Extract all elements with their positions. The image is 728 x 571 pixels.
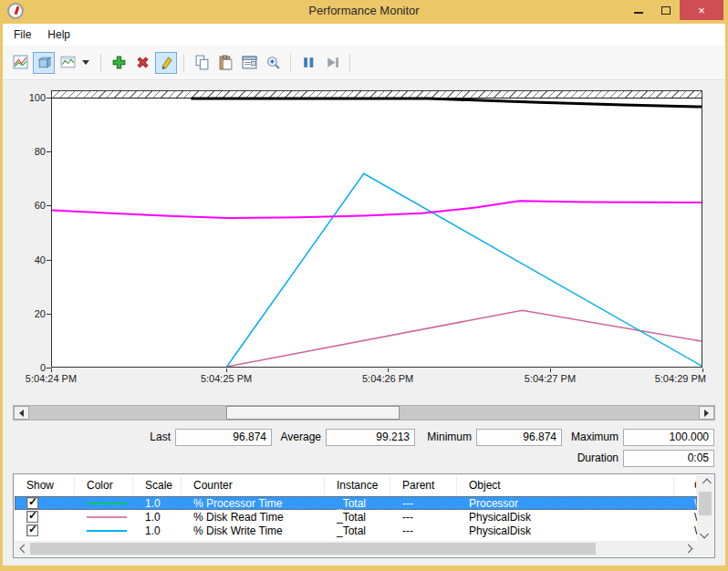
- x-axis-tick: [51, 369, 52, 372]
- y-axis-label: 100: [7, 90, 46, 105]
- scale-cell: 1.0: [133, 510, 182, 524]
- column-header-object[interactable]: Object: [457, 475, 674, 495]
- y-axis-tick: [47, 314, 51, 315]
- show-checkbox[interactable]: [26, 524, 38, 536]
- chevron-up-icon: [702, 478, 711, 487]
- column-header-show[interactable]: Show: [15, 475, 75, 495]
- cube-icon: [36, 55, 52, 70]
- menu-help[interactable]: Help: [39, 26, 78, 44]
- zoom-button[interactable]: [262, 52, 284, 74]
- copy-icon: [194, 55, 210, 70]
- object-cell: PhysicalDisk: [457, 510, 674, 524]
- line-chart-icon: [13, 55, 28, 70]
- instance-cell: _Total: [325, 496, 390, 510]
- properties-button[interactable]: [238, 52, 260, 74]
- stat-minimum-label: Minimum: [411, 429, 472, 445]
- counter-cell: % Disk Write Time: [182, 524, 325, 537]
- counter-cell: % Disk Read Time: [182, 510, 325, 524]
- toolbar-separator: [183, 54, 184, 72]
- computer-cell: \\: [674, 510, 697, 524]
- step-forward-icon: [325, 55, 340, 70]
- stat-last-value: 96.874: [175, 429, 272, 446]
- table-scroll-left-button[interactable]: [15, 541, 30, 556]
- highlight-button[interactable]: [155, 52, 177, 74]
- graph-type-dropdown-arrow[interactable]: [82, 60, 89, 65]
- column-header-color[interactable]: Color: [75, 475, 133, 495]
- column-header-scale[interactable]: Scale: [133, 475, 182, 495]
- chart-plot-area: [51, 90, 702, 368]
- x-axis-tick: [388, 369, 389, 372]
- counter-cell: % Processor Time: [182, 496, 325, 510]
- scroll-left-button[interactable]: [14, 406, 29, 420]
- color-swatch: [87, 503, 127, 504]
- show-checkbox[interactable]: [26, 497, 38, 509]
- counter-row[interactable]: 1.0 % Disk Read Time _Total --- Physical…: [15, 510, 697, 524]
- title-bar: Performance Monitor ×: [0, 0, 728, 24]
- highlighter-pen-icon: [159, 55, 174, 70]
- paste-counter-list-button[interactable]: [214, 52, 236, 74]
- column-header-instance[interactable]: Instance: [325, 475, 390, 495]
- copy-properties-button[interactable]: [191, 52, 213, 74]
- chevron-left-icon: [19, 545, 28, 554]
- add-counter-button[interactable]: [108, 52, 130, 74]
- view-report-button[interactable]: [57, 52, 78, 74]
- maximize-button[interactable]: [652, 0, 680, 20]
- scroll-down-button[interactable]: [697, 526, 713, 541]
- red-x-icon: [135, 55, 151, 70]
- counter-table-header: Show Color Scale Counter Instance Parent…: [15, 475, 697, 495]
- column-header-counter[interactable]: Counter: [182, 475, 325, 495]
- table-vertical-scrollbar[interactable]: [697, 475, 713, 541]
- counter-row[interactable]: 1.0 % Processor Time _Total --- Processo…: [15, 496, 697, 510]
- close-icon: ×: [698, 4, 705, 17]
- chart-svg: [52, 91, 702, 367]
- column-header-computer[interactable]: C: [674, 475, 697, 495]
- change-graph-type-button[interactable]: [33, 52, 55, 74]
- clipboard-paste-icon: [218, 55, 234, 70]
- y-axis-label: 80: [7, 144, 46, 159]
- chevron-right-icon: [683, 545, 692, 554]
- show-checkbox[interactable]: [26, 511, 38, 523]
- y-axis-label: 40: [7, 253, 46, 267]
- scale-cell: 1.0: [133, 524, 182, 537]
- left-arrow-icon: [19, 410, 24, 417]
- close-button[interactable]: ×: [680, 0, 723, 20]
- table-scroll-right-button[interactable]: [681, 541, 697, 556]
- y-axis-tick: [47, 260, 51, 261]
- table-horizontal-scrollbar[interactable]: [15, 541, 697, 556]
- x-axis-tick: [702, 369, 703, 372]
- freeze-display-button[interactable]: [297, 52, 319, 74]
- x-axis-tick: [550, 369, 551, 372]
- right-arrow-icon: [704, 410, 709, 417]
- window-border-left: [0, 0, 3, 571]
- color-swatch: [87, 516, 127, 518]
- timeline-scrollbar[interactable]: [13, 405, 715, 420]
- color-swatch: [87, 530, 127, 532]
- vertical-scrollbar-thumb[interactable]: [699, 492, 712, 515]
- report-chart-icon: [60, 55, 76, 70]
- column-header-parent[interactable]: Parent: [390, 475, 457, 495]
- view-current-activity-button[interactable]: [9, 52, 31, 74]
- toolbar-separator: [290, 54, 291, 72]
- x-axis-tick: [226, 369, 227, 372]
- computer-cell: \\: [674, 524, 697, 537]
- counter-row[interactable]: 1.0 % Disk Write Time _Total --- Physica…: [15, 524, 697, 537]
- parent-cell: ---: [390, 496, 457, 510]
- stat-average-value: 99.213: [326, 429, 415, 446]
- stat-maximum-label: Maximum: [559, 429, 619, 445]
- update-data-button[interactable]: [321, 52, 343, 74]
- minimize-button[interactable]: [625, 0, 652, 20]
- computer-cell: \\: [674, 496, 697, 510]
- counter-rows: 1.0 % Processor Time _Total --- Processo…: [15, 496, 697, 537]
- object-cell: Processor: [457, 496, 674, 510]
- delete-counter-button[interactable]: [131, 52, 153, 74]
- scroll-up-button[interactable]: [697, 475, 713, 490]
- horizontal-scrollbar-thumb[interactable]: [30, 543, 596, 555]
- scroll-right-button[interactable]: [699, 406, 714, 420]
- x-axis-label: 5:04:25 PM: [201, 373, 252, 384]
- menu-file[interactable]: File: [5, 26, 39, 44]
- instance-cell: _Total: [325, 510, 390, 524]
- y-axis-tick: [47, 151, 51, 152]
- parent-cell: ---: [390, 524, 457, 537]
- plus-icon: [111, 55, 127, 70]
- timeline-scrollbar-thumb[interactable]: [226, 406, 400, 420]
